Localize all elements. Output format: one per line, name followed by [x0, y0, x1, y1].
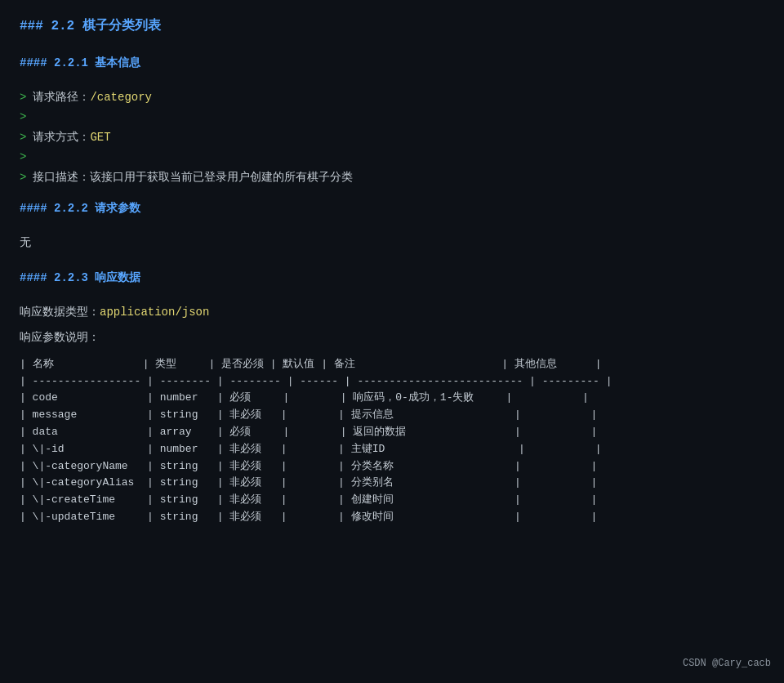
table-row: | ----------------- | -------- | -------…	[20, 373, 764, 391]
bq-arrow-3: >	[20, 128, 26, 146]
heading-h4-3-section: #### 2.2.3 响应数据	[20, 269, 764, 287]
bq-path-value: /category	[90, 88, 152, 106]
bq-path-label: 请求路径：	[33, 88, 90, 106]
watermark: CSDN @Cary_cacb	[683, 656, 771, 672]
response-desc-line: 响应参数说明：	[20, 328, 764, 346]
blockquote-path-line: > 请求路径： /category	[20, 88, 764, 106]
table-row: | \|-updateTime | string | 非必须 | | 修改时间 …	[20, 509, 764, 526]
response-table: | 名称 | 类型 | 是否必须 | 默认值 | 备注 | 其他信息 || --…	[20, 356, 764, 526]
table-row: | \|-categoryName | string | 非必须 | | 分类名…	[20, 458, 764, 475]
response-type-value: application/json	[100, 306, 209, 319]
table-row: | \|-id | number | 非必须 | | 主键ID | |	[20, 441, 764, 458]
bq-desc-label: 接口描述：	[33, 168, 90, 186]
table-row: | message | string | 非必须 | | 提示信息 | |	[20, 407, 764, 424]
bq-arrow-5: >	[20, 168, 26, 186]
heading-h3: ### 2.2 棋子分类列表	[20, 16, 764, 38]
response-type-label: 响应数据类型：	[20, 306, 100, 319]
blockquote-method-line: > 请求方式： GET	[20, 128, 764, 146]
table-row: | data | array | 必须 | | 返回的数据 | |	[20, 424, 764, 441]
blockquote-desc-line: > 接口描述： 该接口用于获取当前已登录用户创建的所有棋子分类	[20, 168, 764, 186]
heading-h3-section: ### 2.2 棋子分类列表	[20, 16, 764, 38]
heading-h4-3: #### 2.2.3 响应数据	[20, 269, 764, 287]
bq-empty-2: >	[20, 148, 764, 166]
bq-desc-value: 该接口用于获取当前已登录用户创建的所有棋子分类	[90, 168, 353, 186]
table-row: | \|-categoryAlias | string | 非必须 | | 分类…	[20, 475, 764, 492]
blockquote-section: > 请求路径： /category > > 请求方式： GET > > 接口描述…	[20, 88, 764, 186]
heading-h4-1: #### 2.2.1 基本信息	[20, 54, 764, 72]
bq-method-value: GET	[90, 128, 110, 146]
table-row: | \|-createTime | string | 非必须 | | 创建时间 …	[20, 492, 764, 509]
table-row: | code | number | 必须 | | 响应码，0-成功，1-失败 |…	[20, 390, 764, 407]
heading-h4-1-section: #### 2.2.1 基本信息	[20, 54, 764, 72]
response-type-line: 响应数据类型：application/json	[20, 303, 764, 321]
table-row: | 名称 | 类型 | 是否必须 | 默认值 | 备注 | 其他信息 |	[20, 356, 764, 373]
bq-arrow-1: >	[20, 88, 26, 106]
heading-h4-2-section: #### 2.2.2 请求参数	[20, 199, 764, 217]
bq-empty-1: >	[20, 108, 764, 126]
heading-h4-2: #### 2.2.2 请求参数	[20, 199, 764, 217]
no-params-text: 无	[20, 234, 764, 252]
response-desc-label: 响应参数说明：	[20, 331, 100, 344]
bq-method-label: 请求方式：	[33, 128, 90, 146]
